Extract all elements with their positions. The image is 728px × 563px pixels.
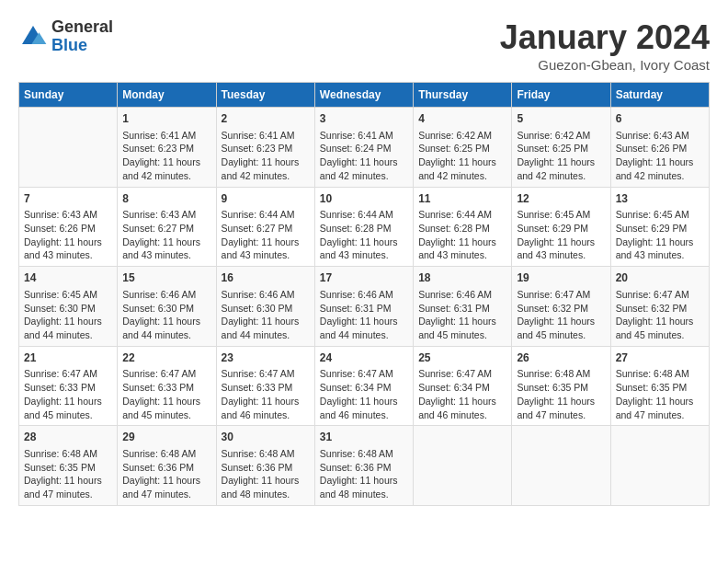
day-number: 22 (122, 350, 210, 366)
calendar-week-row: 14Sunrise: 6:45 AM Sunset: 6:30 PM Dayli… (19, 267, 710, 347)
calendar-cell: 16Sunrise: 6:46 AM Sunset: 6:30 PM Dayli… (216, 267, 314, 347)
page-header: General Blue January 2024 Guezon-Gbean, … (18, 18, 710, 73)
header-tuesday: Tuesday (216, 83, 314, 108)
day-number: 24 (320, 350, 408, 366)
day-info: Sunrise: 6:48 AM Sunset: 6:35 PM Dayligh… (616, 367, 704, 421)
day-number: 13 (616, 191, 704, 207)
day-number: 21 (24, 350, 112, 366)
calendar-cell: 4Sunrise: 6:42 AM Sunset: 6:25 PM Daylig… (414, 108, 512, 188)
calendar-cell: 18Sunrise: 6:46 AM Sunset: 6:31 PM Dayli… (414, 267, 512, 347)
day-number: 12 (517, 191, 605, 207)
calendar-cell: 6Sunrise: 6:43 AM Sunset: 6:26 PM Daylig… (610, 108, 709, 188)
logo-icon (18, 22, 48, 52)
day-number: 28 (24, 430, 112, 445)
day-number: 18 (418, 270, 506, 286)
day-number: 23 (222, 350, 310, 366)
month-title: January 2024 (500, 18, 710, 57)
header-wednesday: Wednesday (314, 83, 413, 108)
calendar-cell: 26Sunrise: 6:48 AM Sunset: 6:35 PM Dayli… (512, 346, 610, 426)
calendar-cell: 31Sunrise: 6:48 AM Sunset: 6:36 PM Dayli… (314, 426, 413, 506)
calendar-cell: 25Sunrise: 6:47 AM Sunset: 6:34 PM Dayli… (414, 346, 512, 426)
day-number: 1 (122, 111, 210, 127)
day-number: 26 (517, 350, 605, 366)
calendar-cell: 21Sunrise: 6:47 AM Sunset: 6:33 PM Dayli… (19, 346, 118, 426)
calendar-cell: 9Sunrise: 6:44 AM Sunset: 6:27 PM Daylig… (216, 187, 314, 267)
calendar-cell: 11Sunrise: 6:44 AM Sunset: 6:28 PM Dayli… (414, 187, 512, 267)
calendar-cell: 1Sunrise: 6:41 AM Sunset: 6:23 PM Daylig… (118, 108, 216, 188)
day-info: Sunrise: 6:46 AM Sunset: 6:31 PM Dayligh… (418, 288, 506, 342)
day-number: 30 (222, 430, 310, 445)
header-monday: Monday (118, 83, 216, 108)
calendar-cell: 5Sunrise: 6:42 AM Sunset: 6:25 PM Daylig… (512, 108, 610, 188)
calendar-week-row: 21Sunrise: 6:47 AM Sunset: 6:33 PM Dayli… (19, 346, 710, 426)
day-info: Sunrise: 6:45 AM Sunset: 6:30 PM Dayligh… (24, 288, 112, 342)
calendar-week-row: 7Sunrise: 6:43 AM Sunset: 6:26 PM Daylig… (19, 187, 710, 267)
day-info: Sunrise: 6:44 AM Sunset: 6:28 PM Dayligh… (320, 208, 408, 262)
calendar-cell: 30Sunrise: 6:48 AM Sunset: 6:36 PM Dayli… (216, 426, 314, 506)
day-number: 3 (320, 111, 408, 127)
day-info: Sunrise: 6:48 AM Sunset: 6:36 PM Dayligh… (222, 447, 310, 501)
day-info: Sunrise: 6:47 AM Sunset: 6:33 PM Dayligh… (122, 367, 210, 421)
calendar-cell (414, 426, 512, 506)
day-info: Sunrise: 6:43 AM Sunset: 6:27 PM Dayligh… (122, 208, 210, 262)
day-number: 15 (122, 270, 210, 286)
day-number: 14 (24, 270, 112, 286)
day-info: Sunrise: 6:46 AM Sunset: 6:31 PM Dayligh… (320, 288, 408, 342)
day-info: Sunrise: 6:41 AM Sunset: 6:24 PM Dayligh… (320, 129, 408, 183)
day-info: Sunrise: 6:47 AM Sunset: 6:33 PM Dayligh… (24, 367, 112, 421)
calendar-cell: 2Sunrise: 6:41 AM Sunset: 6:23 PM Daylig… (216, 108, 314, 188)
day-number: 4 (418, 111, 506, 127)
calendar-cell: 17Sunrise: 6:46 AM Sunset: 6:31 PM Dayli… (314, 267, 413, 347)
day-number: 20 (616, 270, 704, 286)
day-info: Sunrise: 6:42 AM Sunset: 6:25 PM Dayligh… (418, 129, 506, 183)
calendar-cell: 28Sunrise: 6:48 AM Sunset: 6:35 PM Dayli… (19, 426, 118, 506)
day-number: 6 (616, 111, 704, 127)
calendar-cell (19, 108, 118, 188)
calendar-cell: 20Sunrise: 6:47 AM Sunset: 6:32 PM Dayli… (610, 267, 709, 347)
day-number: 10 (320, 191, 408, 207)
title-area: January 2024 Guezon-Gbean, Ivory Coast (500, 18, 710, 73)
header-thursday: Thursday (414, 83, 512, 108)
calendar-cell: 22Sunrise: 6:47 AM Sunset: 6:33 PM Dayli… (118, 346, 216, 426)
day-number: 16 (222, 270, 310, 286)
header-saturday: Saturday (610, 83, 709, 108)
day-number: 9 (222, 191, 310, 207)
logo-text: General Blue (51, 18, 113, 55)
day-number: 27 (616, 350, 704, 366)
day-info: Sunrise: 6:43 AM Sunset: 6:26 PM Dayligh… (24, 208, 112, 262)
day-info: Sunrise: 6:44 AM Sunset: 6:27 PM Dayligh… (222, 208, 310, 262)
day-info: Sunrise: 6:45 AM Sunset: 6:29 PM Dayligh… (616, 208, 704, 262)
day-info: Sunrise: 6:46 AM Sunset: 6:30 PM Dayligh… (222, 288, 310, 342)
calendar-cell: 15Sunrise: 6:46 AM Sunset: 6:30 PM Dayli… (118, 267, 216, 347)
logo: General Blue (18, 18, 113, 55)
day-info: Sunrise: 6:47 AM Sunset: 6:32 PM Dayligh… (616, 288, 704, 342)
calendar-cell (512, 426, 610, 506)
day-number: 31 (320, 430, 408, 445)
calendar-cell: 7Sunrise: 6:43 AM Sunset: 6:26 PM Daylig… (19, 187, 118, 267)
day-info: Sunrise: 6:41 AM Sunset: 6:23 PM Dayligh… (122, 129, 210, 183)
location: Guezon-Gbean, Ivory Coast (500, 57, 710, 73)
day-info: Sunrise: 6:47 AM Sunset: 6:34 PM Dayligh… (418, 367, 506, 421)
header-sunday: Sunday (19, 83, 118, 108)
header-friday: Friday (512, 83, 610, 108)
logo-blue: Blue (51, 37, 113, 55)
logo-general: General (51, 18, 113, 37)
day-info: Sunrise: 6:46 AM Sunset: 6:30 PM Dayligh… (122, 288, 210, 342)
calendar-table: SundayMondayTuesdayWednesdayThursdayFrid… (18, 82, 710, 506)
day-number: 7 (24, 191, 112, 207)
calendar-cell: 27Sunrise: 6:48 AM Sunset: 6:35 PM Dayli… (610, 346, 709, 426)
day-number: 11 (418, 191, 506, 207)
day-number: 8 (122, 191, 210, 207)
day-info: Sunrise: 6:48 AM Sunset: 6:35 PM Dayligh… (517, 367, 605, 421)
calendar-cell: 14Sunrise: 6:45 AM Sunset: 6:30 PM Dayli… (19, 267, 118, 347)
calendar-cell: 23Sunrise: 6:47 AM Sunset: 6:33 PM Dayli… (216, 346, 314, 426)
day-info: Sunrise: 6:42 AM Sunset: 6:25 PM Dayligh… (517, 129, 605, 183)
calendar-header-row: SundayMondayTuesdayWednesdayThursdayFrid… (19, 83, 710, 108)
calendar-cell: 12Sunrise: 6:45 AM Sunset: 6:29 PM Dayli… (512, 187, 610, 267)
day-info: Sunrise: 6:44 AM Sunset: 6:28 PM Dayligh… (418, 208, 506, 262)
day-number: 19 (517, 270, 605, 286)
calendar-cell: 29Sunrise: 6:48 AM Sunset: 6:36 PM Dayli… (118, 426, 216, 506)
calendar-cell: 3Sunrise: 6:41 AM Sunset: 6:24 PM Daylig… (314, 108, 413, 188)
calendar-cell: 10Sunrise: 6:44 AM Sunset: 6:28 PM Dayli… (314, 187, 413, 267)
day-info: Sunrise: 6:47 AM Sunset: 6:33 PM Dayligh… (222, 367, 310, 421)
